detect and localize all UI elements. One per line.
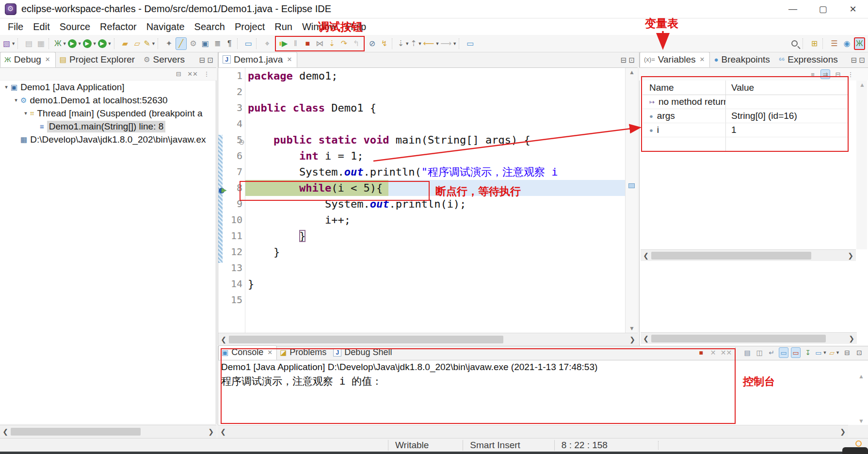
dropdown-arrow-icon[interactable]: ▼: [108, 41, 112, 46]
open-resource-button[interactable]: ▱: [132, 37, 143, 50]
annotation-button[interactable]: ⚙: [188, 37, 199, 50]
scroll-left-icon[interactable]: ❮: [0, 428, 11, 436]
scroll-right-icon[interactable]: ❯: [846, 335, 857, 342]
menu-project[interactable]: Project: [230, 20, 270, 33]
scrollbar-thumb[interactable]: [651, 335, 826, 342]
code-line-9[interactable]: 9 System.out.println(i);: [218, 196, 625, 212]
menu-search[interactable]: Search: [190, 20, 230, 33]
search-icon[interactable]: [789, 37, 800, 50]
code-line-15[interactable]: 15: [218, 292, 625, 308]
collapse-all-button[interactable]: ⊟: [833, 69, 843, 79]
column-divider[interactable]: [725, 81, 726, 95]
minimize-icon[interactable]: ⊟: [851, 56, 857, 65]
menu-navigate[interactable]: Navigate: [142, 20, 190, 33]
close-icon[interactable]: ✕: [700, 56, 705, 63]
show-stderr-button[interactable]: ▭: [791, 347, 801, 358]
show-logical-structure-button[interactable]: ⇉: [820, 69, 830, 79]
scroll-up-icon[interactable]: ▲: [859, 81, 865, 88]
scroll-right-icon[interactable]: ❯: [206, 428, 216, 436]
run-external-button[interactable]: ▶▼: [98, 37, 112, 50]
scroll-down-icon[interactable]: ▼: [858, 418, 864, 424]
debug-button[interactable]: Ж▼: [54, 37, 67, 50]
search-references-button[interactable]: ✦: [163, 37, 175, 50]
terminate-button[interactable]: ■: [696, 347, 706, 358]
dropdown-arrow-icon[interactable]: ▼: [405, 41, 409, 46]
coverage-button[interactable]: ▶▼: [83, 37, 97, 50]
new-class-button[interactable]: ▣: [200, 37, 211, 50]
scroll-up-icon[interactable]: ▲: [629, 69, 635, 76]
dropdown-arrow-icon[interactable]: ▼: [836, 350, 840, 355]
code-line-13[interactable]: 13: [218, 260, 625, 276]
variable-row[interactable]: ●i1: [643, 123, 848, 137]
tab-project-explorer[interactable]: ▤Project Explorer: [56, 52, 140, 67]
code-line-14[interactable]: 14}: [218, 276, 625, 292]
scrollbar-thumb[interactable]: [651, 252, 811, 259]
minimize-button[interactable]: —: [778, 0, 808, 18]
clear-console-button[interactable]: ▤: [742, 347, 752, 358]
clear-marks-button[interactable]: ⌖: [262, 37, 273, 50]
open-task-button[interactable]: ▰: [120, 37, 131, 50]
scroll-down-icon[interactable]: ▼: [629, 325, 635, 332]
code-line-8[interactable]: 8 while(i < 5){: [218, 180, 625, 196]
column-name[interactable]: Name: [643, 82, 725, 93]
variable-row[interactable]: ●argsString[0] (id=16): [643, 109, 848, 123]
tab-variables[interactable]: (x)=Variables✕: [640, 52, 710, 67]
detail-pane-scrollbar[interactable]: ❮ ❯: [641, 332, 857, 344]
maximize-icon[interactable]: ⊡: [207, 56, 213, 65]
skip-breakpoints-button[interactable]: ⊘: [367, 37, 378, 50]
remove-terminated-button[interactable]: ✕✕: [187, 69, 198, 79]
word-wrap-button[interactable]: ↵: [767, 347, 776, 358]
scroll-left-icon[interactable]: ❮: [641, 252, 651, 259]
column-value[interactable]: Value: [725, 82, 754, 93]
menu-help[interactable]: Help: [341, 20, 371, 33]
editor-vertical-scrollbar[interactable]: ▲ ▼: [625, 68, 638, 333]
scrollbar-thumb[interactable]: [11, 428, 141, 436]
view-menu-button[interactable]: ⋮: [846, 69, 855, 79]
step-into-button[interactable]: ⇣: [326, 37, 338, 50]
scrollbar-thumb[interactable]: [229, 336, 503, 343]
last-edit-location-button[interactable]: ▭: [465, 37, 476, 50]
show-stdout-button[interactable]: ▭: [779, 347, 788, 358]
save-all-button[interactable]: ▦: [35, 37, 47, 50]
code-line-5[interactable]: 5 public static void main(String[] args)…: [218, 132, 625, 148]
minimize-icon[interactable]: ⊟: [199, 56, 206, 65]
perspective-javaee-button[interactable]: ☰: [829, 37, 840, 50]
collapse-all-button[interactable]: ⊟: [174, 69, 183, 79]
code-line-11[interactable]: 11 }: [218, 228, 625, 244]
show-whitespace-button[interactable]: ¶: [224, 37, 235, 50]
tab-demo1-java[interactable]: J Demo1.java ✕: [218, 52, 297, 67]
dropdown-arrow-icon[interactable]: ▼: [63, 41, 67, 46]
variable-row[interactable]: ↦no method return value: [643, 95, 848, 109]
expand-chevron-icon[interactable]: ▾: [22, 110, 29, 116]
maximize-button[interactable]: ▢: [808, 0, 838, 18]
scroll-left-icon[interactable]: ❮: [218, 336, 229, 343]
close-icon[interactable]: ✕: [267, 349, 273, 356]
open-perspective-button[interactable]: ⊞: [809, 37, 820, 50]
code-line-2[interactable]: 2: [218, 84, 625, 100]
console-horizontal-scrollbar[interactable]: ❮ ❯: [218, 425, 848, 438]
menu-run[interactable]: Run: [270, 20, 297, 33]
previous-annotation-button[interactable]: ⇡▼: [410, 37, 422, 50]
run-button[interactable]: ▶▼: [68, 37, 82, 50]
dropdown-arrow-icon[interactable]: ▼: [78, 41, 82, 46]
code-line-7[interactable]: 7 System.out.println("程序调试演示，注意观察 i: [218, 164, 625, 180]
tree-item[interactable]: ▾⌗Thread [main] (Suspended (breakpoint a: [0, 107, 216, 120]
menu-file[interactable]: File: [3, 20, 28, 33]
code-line-10[interactable]: 10 i++;: [218, 212, 625, 228]
overview-current-line-marker[interactable]: [628, 183, 635, 188]
maximize-icon[interactable]: ⊡: [628, 56, 635, 65]
editor-horizontal-scrollbar[interactable]: ❮ ❯: [218, 333, 638, 345]
breakpoint-icon[interactable]: ▶: [219, 186, 227, 195]
mark-occurrences-button[interactable]: ✎▼: [144, 37, 156, 50]
step-return-button[interactable]: ↰: [351, 37, 362, 50]
minimize-icon[interactable]: ⊟: [621, 56, 627, 65]
pin-console-button[interactable]: ↧: [803, 347, 813, 358]
maximize-icon[interactable]: ⊡: [859, 56, 865, 65]
dropdown-arrow-icon[interactable]: ▼: [93, 41, 97, 46]
tree-item[interactable]: ▾⚙demo1.Demo1 at localhost:52630: [0, 94, 216, 107]
view-menu-button[interactable]: ⋮: [202, 69, 211, 79]
tree-item[interactable]: ▦D:\Develop\Java\jdk1.8.0_202\bin\javaw.…: [0, 133, 216, 146]
scroll-right-icon[interactable]: ❯: [845, 252, 856, 259]
step-filters-button[interactable]: ↯: [379, 37, 390, 50]
remove-launch-button[interactable]: ✕: [708, 347, 718, 358]
